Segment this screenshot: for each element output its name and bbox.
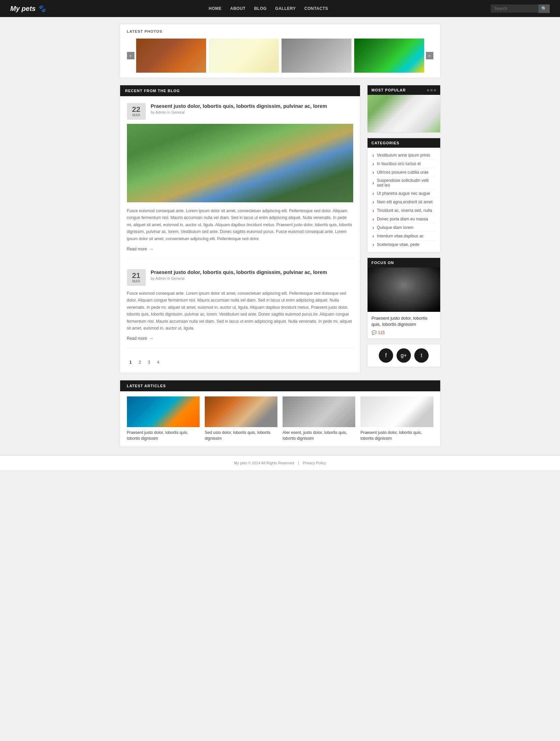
search-box: 🔍 (491, 4, 550, 13)
nav-gallery[interactable]: GALLERY (275, 6, 296, 11)
photo-thumb-3[interactable] (282, 39, 351, 73)
twitter-button[interactable]: t (414, 348, 429, 363)
article-thumb-3[interactable] (283, 396, 355, 427)
article-card-3: Aler esent, justo dolor, lobortis quis, … (283, 396, 355, 441)
most-popular-widget: MOST POPULAR (367, 85, 441, 133)
photos-carousel: « » (127, 39, 433, 73)
nav-contacts[interactable]: CONTACTS (304, 6, 328, 11)
page-4[interactable]: 4 (155, 359, 162, 366)
categories-widget: CATEGORIES › Vestibulum anne ipsum prini… (367, 138, 441, 252)
category-link-5[interactable]: Ut pharetra augue nec augue (377, 191, 430, 196)
photo-thumb-2[interactable] (209, 39, 279, 73)
photo-thumb-1[interactable] (136, 39, 206, 73)
category-item-10: › Interdum vitae,dapibus ac (373, 232, 435, 241)
read-more-arrow-2: → (149, 336, 154, 341)
site-logo[interactable]: My pets 🐾 (10, 4, 46, 13)
googleplus-button[interactable]: g+ (397, 348, 411, 363)
article-title-4: Praesent justo dolor, lobortis quis, lob… (360, 430, 433, 441)
category-link-6[interactable]: Nam elit agna,endrerit sit amet (377, 200, 432, 204)
blog-header: RECENT FROM THE BLOG (120, 85, 360, 96)
photo-thumb-4[interactable] (354, 39, 424, 73)
category-link-11[interactable]: Scelerisque vitae, pede (377, 242, 419, 247)
footer-copyright: My pets © 2014 All Rights Reserved (234, 461, 294, 465)
focus-on-post-title: Praesent justo dolor, lobortis quis, lob… (372, 315, 436, 328)
category-arrow-1: › (373, 152, 374, 158)
blog-section-title: RECENT FROM THE BLOG (125, 89, 180, 93)
post-1-category[interactable]: General (171, 110, 184, 114)
logo-icon: 🐾 (38, 5, 46, 12)
category-arrow-4: › (373, 180, 374, 186)
googleplus-icon: g+ (401, 352, 407, 359)
article-thumb-4[interactable] (360, 396, 433, 427)
post-2-date: 21 MAR (127, 269, 146, 286)
nav-about[interactable]: ABOUT (230, 6, 246, 11)
latest-photos-title: LATEST PHOTOS (127, 29, 433, 33)
category-arrow-9: › (373, 225, 374, 230)
nav-blog[interactable]: BLOG (254, 6, 267, 11)
post-2-body: Fusce euismod consequat ante. Lorem ipsu… (127, 290, 353, 332)
blog-post-2: 21 MAR Praesent justo dolor, lobortis qu… (127, 269, 353, 348)
pagination: 1 2 3 4 (127, 359, 353, 366)
post-2-header: 21 MAR Praesent justo dolor, lobortis qu… (127, 269, 353, 286)
page-2[interactable]: 2 (136, 359, 144, 366)
category-link-1[interactable]: Vestibulum anne ipsum prinis (377, 153, 430, 158)
logo-text: My pets (10, 5, 35, 12)
category-arrow-10: › (373, 233, 374, 239)
carousel-prev[interactable]: « (127, 52, 134, 59)
footer-privacy-link[interactable]: Privacy Policy (303, 461, 326, 465)
category-item-9: › Quisque diam lorem (373, 223, 435, 232)
category-item-5: › Ut pharetra augue nec augue (373, 189, 435, 198)
post-2-title-meta: Praesent justo dolor, lobortis quis, lob… (151, 269, 327, 280)
facebook-icon: f (385, 352, 387, 359)
category-item-7: › Tincidunt ac, viverra sed, nulla (373, 206, 435, 215)
most-popular-image[interactable] (368, 95, 440, 132)
read-more-arrow-1: → (149, 246, 154, 252)
post-1-read-more[interactable]: Read more → (127, 246, 154, 252)
sidebar: MOST POPULAR CATEGORIES › V (367, 85, 441, 373)
post-2-meta: by Admin in General (151, 276, 327, 280)
post-1-day: 22 (131, 106, 142, 113)
article-thumb-1[interactable] (127, 396, 200, 427)
focus-on-content: Praesent justo dolor, lobortis quis, lob… (368, 312, 440, 338)
category-link-3[interactable]: Ultrices posuere cubilia urae (377, 170, 428, 175)
post-2-day: 21 (131, 272, 142, 279)
post-2-title[interactable]: Praesent justo dolor, lobortis quis, lob… (151, 269, 327, 275)
article-card-1: Praesent justo dolor, lobortis quis, lob… (127, 396, 200, 441)
facebook-button[interactable]: f (379, 348, 393, 363)
footer: My pets © 2014 All Rights Reserved | Pri… (0, 455, 560, 470)
category-item-2: › In faucibus orci luctus et (373, 160, 435, 168)
comment-count: 115 (378, 330, 385, 335)
latest-photos-section: LATEST PHOTOS « » (120, 24, 441, 78)
post-1-author[interactable]: Admin (156, 110, 166, 114)
focus-on-image[interactable] (368, 267, 440, 312)
post-2-category[interactable]: General (171, 276, 184, 280)
page-3[interactable]: 3 (145, 359, 153, 366)
article-title-2: Sed usto dolor, lobortis quis, lobortis … (205, 430, 277, 441)
category-link-9[interactable]: Quisque diam lorem (377, 225, 413, 230)
category-link-2[interactable]: In faucibus orci luctus et (377, 161, 421, 166)
post-2-author[interactable]: Admin (156, 276, 166, 280)
focus-on-widget: FOCUS ON Praesent justo dolor, lobortis … (367, 258, 441, 339)
focus-on-title: FOCUS ON (372, 261, 394, 265)
page-1[interactable]: 1 (127, 359, 134, 366)
post-1-image (127, 124, 353, 202)
category-link-7[interactable]: Tincidunt ac, viverra sed, nulla (377, 208, 432, 213)
carousel-next[interactable]: » (426, 52, 433, 59)
post-2-read-more[interactable]: Read more → (127, 336, 154, 341)
category-link-4[interactable]: Suspendisse sollicitudin velit sed leo (377, 178, 435, 188)
category-arrow-7: › (373, 208, 374, 213)
post-1-title-meta: Praesent justo dolor, lobortis quis, lob… (151, 103, 327, 114)
category-link-8[interactable]: Donec porta diam eu massa (377, 217, 428, 221)
search-input[interactable] (491, 4, 539, 13)
search-button[interactable]: 🔍 (539, 4, 550, 13)
most-popular-title: MOST POPULAR (372, 88, 406, 92)
article-title-3: Aler esent, justo dolor, lobortis quis, … (283, 430, 355, 441)
twitter-icon: t (421, 352, 422, 359)
category-arrow-8: › (373, 216, 374, 222)
focus-on-header: FOCUS ON (368, 258, 440, 267)
articles-grid: Praesent justo dolor, lobortis quis, lob… (120, 391, 440, 447)
article-thumb-2[interactable] (205, 396, 277, 427)
category-link-10[interactable]: Interdum vitae,dapibus ac (377, 234, 423, 238)
nav-home[interactable]: HOME (209, 6, 222, 11)
post-1-title[interactable]: Praesent justo dolor, lobortis quis, lob… (151, 103, 327, 109)
